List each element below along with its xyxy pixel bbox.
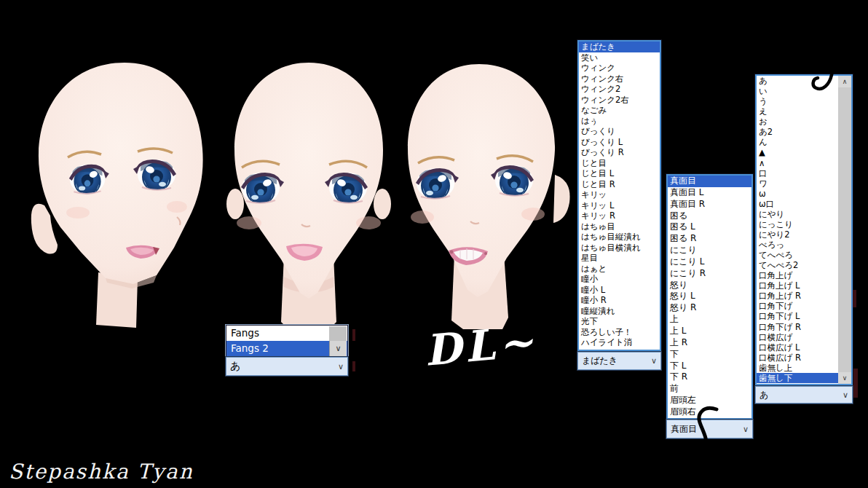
list-item[interactable]: ウィンク2右 — [579, 95, 660, 106]
list-item[interactable]: 口角上げ — [757, 270, 838, 280]
scrollbar[interactable]: ∧ ∨ — [838, 76, 851, 384]
list-item[interactable]: はぅ — [579, 116, 660, 127]
list-item[interactable]: はちゅ目横潰れ — [579, 243, 660, 253]
chevron-down-icon[interactable]: ∨ — [338, 362, 344, 371]
list-item[interactable]: キリッ L — [579, 200, 660, 211]
eye-morph-listbox[interactable]: まばたき笑いウィンクウィンク右ウィンク2ウィンク2右なごみはぅびっくりびっくり … — [577, 40, 661, 351]
list-item[interactable]: びっくり R — [579, 147, 660, 158]
chevron-down-icon[interactable]: ∨ — [651, 356, 657, 366]
list-item[interactable]: 怒り — [668, 280, 751, 291]
mouth-morph-listbox[interactable]: あいうえおあ2ん▲∧口ワωω口にやりにっこりにやり2べろってへぺろてへぺろ2口角… — [755, 74, 853, 385]
list-item[interactable]: あ2 — [757, 127, 838, 137]
list-item[interactable]: 恐ろしい子！ — [579, 327, 660, 338]
list-item[interactable]: キリッ R — [579, 210, 660, 221]
mouth-morph-combobox[interactable]: あ ∨ — [755, 386, 853, 404]
list-item[interactable]: びっくり L — [579, 137, 660, 148]
list-item[interactable]: まばたき — [579, 42, 660, 52]
list-item[interactable]: 眉頭左 — [668, 395, 751, 406]
list-item[interactable]: じと目 — [579, 158, 660, 169]
list-item[interactable]: 口角上げ L — [757, 280, 838, 291]
list-item[interactable]: 歯無し下 — [757, 373, 838, 383]
fangs-dropdown-list[interactable]: FangsFangs 2 ∨ — [226, 325, 348, 357]
list-item[interactable]: はちゅ目 — [579, 221, 660, 232]
list-item[interactable]: 眉頭右 — [668, 406, 751, 418]
list-item[interactable]: あ — [757, 76, 838, 86]
list-item[interactable]: え — [757, 106, 838, 117]
list-item[interactable]: にこり R — [668, 268, 751, 280]
list-item[interactable]: ω口 — [757, 199, 838, 209]
list-item[interactable]: 口角下げ L — [757, 311, 838, 321]
scroll-up-icon[interactable]: ∧ — [838, 76, 851, 87]
list-item[interactable]: 下 — [668, 349, 751, 361]
list-item[interactable]: なごみ — [579, 105, 660, 116]
list-item[interactable]: 口 — [757, 168, 838, 178]
list-item[interactable]: にやり — [757, 209, 838, 219]
list-item[interactable]: 真面目 — [668, 176, 751, 187]
list-item[interactable]: びっくり — [579, 126, 660, 137]
list-item[interactable]: 口角上げ R — [757, 291, 838, 301]
list-item[interactable]: てへぺろ — [757, 250, 838, 260]
list-item[interactable]: ワ — [757, 178, 838, 189]
list-item[interactable]: い — [757, 86, 838, 96]
fangs-combobox[interactable]: あ ∨ — [226, 357, 348, 376]
list-item[interactable]: ▲ — [757, 147, 838, 157]
list-item[interactable]: じと目 L — [579, 168, 660, 179]
list-item[interactable]: キリッ — [579, 189, 660, 200]
combobox-value: 真面目 — [671, 423, 697, 436]
list-item[interactable]: 口横広げ R — [757, 353, 838, 363]
list-item[interactable]: べろっ — [757, 240, 838, 250]
list-item[interactable]: 瞳縦潰れ — [579, 306, 660, 317]
list-item[interactable]: 下 R — [668, 371, 751, 383]
list-item[interactable]: てへぺろ2 — [757, 260, 838, 270]
list-item[interactable]: 口横広げ L — [757, 342, 838, 353]
chevron-down-icon[interactable]: ∨ — [329, 341, 347, 356]
list-item[interactable]: にやり2 — [757, 229, 838, 240]
chevron-down-icon[interactable]: ∨ — [843, 390, 848, 400]
brow-morph-combobox[interactable]: 真面目 ∨ — [666, 420, 753, 438]
list-item[interactable]: 光下 — [579, 316, 660, 327]
list-item[interactable]: 困る R — [668, 233, 751, 245]
list-item[interactable]: 瞳小 — [579, 274, 660, 285]
list-item[interactable]: 瞳小 R — [579, 295, 660, 306]
list-item[interactable]: ハイライト消 — [579, 337, 660, 348]
list-item[interactable]: じと目 R — [579, 179, 660, 190]
list-item[interactable]: 真面目 R — [668, 199, 751, 210]
list-item[interactable]: ん — [757, 137, 838, 147]
list-item[interactable]: 歯無し上 — [757, 363, 838, 373]
list-item[interactable]: 上 — [668, 314, 751, 326]
list-item[interactable]: 困る L — [668, 221, 751, 233]
chevron-down-icon[interactable]: ∨ — [743, 425, 749, 434]
list-item[interactable]: 口角下げ R — [757, 322, 838, 332]
list-item[interactable]: 口横広げ — [757, 332, 838, 342]
list-item[interactable]: 前 — [668, 383, 751, 395]
combobox-value: あ — [230, 360, 240, 373]
list-item[interactable]: ウィンク2 — [579, 84, 660, 95]
list-item[interactable]: う — [757, 96, 838, 106]
list-item[interactable]: 怒り R — [668, 302, 751, 314]
list-item[interactable]: ∧ — [757, 158, 838, 168]
list-item[interactable]: にこり L — [668, 256, 751, 268]
head-outline — [39, 63, 203, 284]
list-item[interactable]: にっこり — [757, 219, 838, 229]
list-item[interactable]: 怒り L — [668, 291, 751, 302]
list-item[interactable]: 上 R — [668, 337, 751, 349]
list-item[interactable]: 上 L — [668, 326, 751, 337]
list-item[interactable]: にこり — [668, 245, 751, 256]
list-item[interactable]: 真面目 L — [668, 187, 751, 199]
list-item[interactable]: ω — [757, 189, 838, 199]
list-item[interactable]: 星目 — [579, 253, 660, 264]
list-item[interactable]: はぁと — [579, 264, 660, 275]
brow-morph-listbox[interactable]: 真面目真面目 L真面目 R困る困る L困る Rにこりにこり Lにこり R怒り怒り… — [666, 174, 753, 420]
list-item[interactable]: 困る — [668, 210, 751, 222]
combobox-value: あ — [760, 389, 768, 401]
list-item[interactable]: お — [757, 117, 838, 127]
list-item[interactable]: ウィンク — [579, 63, 660, 74]
list-item[interactable]: ウィンク右 — [579, 74, 660, 84]
scroll-down-icon[interactable]: ∨ — [838, 372, 851, 384]
list-item[interactable]: 笑い — [579, 52, 660, 63]
list-item[interactable]: 口角下げ — [757, 301, 838, 311]
eye-morph-combobox[interactable]: まばたき ∨ — [577, 352, 661, 370]
list-item[interactable]: はちゅ目縦潰れ — [579, 232, 660, 243]
list-item[interactable]: 瞳小 L — [579, 285, 660, 296]
list-item[interactable]: 下 L — [668, 361, 751, 372]
